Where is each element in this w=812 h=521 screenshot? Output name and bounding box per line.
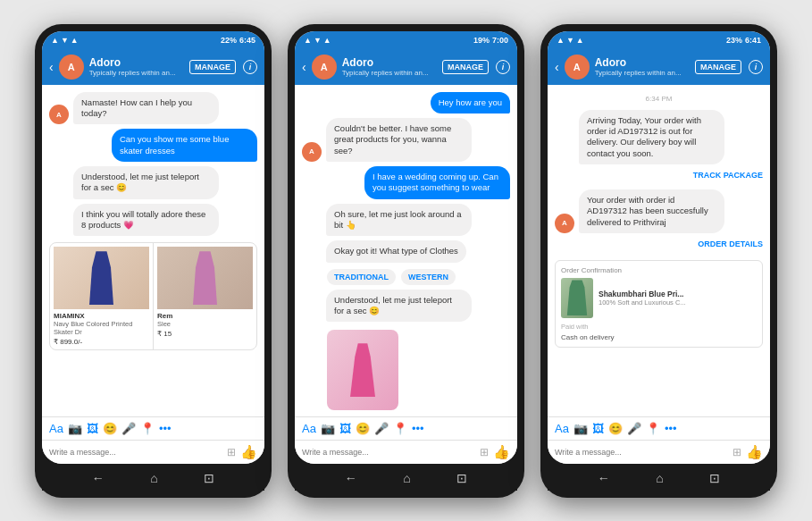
bubble: Understood, let me just teleport for a s…	[326, 290, 472, 323]
phones-container: ▲ ▼ ▲ 22% 6:45 ‹ A Adoro Typically repli…	[26, 15, 786, 507]
msg-row: I think you will totally adore these 8 p…	[49, 204, 257, 237]
time-2: 7:00	[492, 36, 508, 45]
message-input-2[interactable]	[302, 448, 475, 457]
location-icon-2[interactable]: 📍	[393, 422, 407, 435]
back-nav-3[interactable]: ←	[598, 471, 610, 485]
track-package-link[interactable]: TRACK PACKAGE	[555, 169, 763, 181]
header-info-2: Adoro Typically replies within an...	[342, 56, 437, 77]
wifi-icon-2: ▼	[314, 36, 322, 45]
chat-area-3: 6:34 PM Arriving Today, Your order with …	[548, 85, 770, 416]
mic-icon-3[interactable]: 🎤	[627, 422, 641, 435]
manage-button-1[interactable]: MANAGE	[189, 60, 236, 74]
image-icon-2[interactable]: 🖼	[339, 422, 351, 435]
mic-icon-2[interactable]: 🎤	[374, 422, 389, 435]
phone-1: ▲ ▼ ▲ 22% 6:45 ‹ A Adoro Typically repli…	[35, 24, 272, 498]
order-details-link[interactable]: ORDER DETAILS	[555, 238, 763, 250]
more-icon-3[interactable]: •••	[665, 422, 677, 435]
bot-avatar-2: A	[302, 142, 322, 162]
home-bar-2: ← ⌂ ⊡	[295, 464, 517, 491]
home-nav-3[interactable]: ⌂	[656, 471, 663, 485]
sticker-icon-3[interactable]: ⊞	[732, 446, 741, 458]
bot-avatar-3: A	[555, 214, 574, 233]
signal-icon-2: ▲	[304, 36, 312, 45]
back-nav-1[interactable]: ←	[92, 471, 105, 485]
saree-image-container	[327, 330, 510, 410]
emoji-icon-1[interactable]: 😊	[103, 422, 117, 435]
product-item-1: MIAMINX Navy Blue Colored Printed Skater…	[50, 243, 154, 349]
info-icon-1[interactable]: i	[243, 60, 257, 74]
location-icon-3[interactable]: 📍	[646, 422, 660, 435]
manage-button-2[interactable]: MANAGE	[442, 60, 489, 74]
message-input-3[interactable]	[555, 448, 728, 457]
bubble: Okay got it! What type of Clothes	[326, 240, 466, 262]
status-bar-1: ▲ ▼ ▲ 22% 6:45	[42, 31, 264, 49]
messenger-header-2: ‹ A Adoro Typically replies within an...…	[295, 49, 517, 85]
status-left-2: ▲ ▼ ▲	[304, 36, 331, 45]
order-info: Shakumbhari Blue Pri... 100% Soft and Lu…	[599, 290, 757, 307]
western-button[interactable]: WESTERN	[401, 269, 456, 285]
more-icon-2[interactable]: •••	[412, 422, 424, 435]
battery-2: 19%	[473, 36, 490, 45]
toolbar-3: Aa 📷 🖼 😊 🎤 📍 •••	[548, 416, 770, 440]
status-right-2: 19% 7:00	[473, 36, 508, 45]
home-bar-1: ← ⌂ ⊡	[42, 464, 264, 491]
data-icon-1: ▲	[71, 36, 79, 45]
emoji-icon-3[interactable]: 😊	[608, 422, 623, 435]
msg-row: Arriving Today, Your order with order id…	[555, 110, 763, 164]
like-button-3[interactable]: 👍	[746, 444, 763, 460]
recents-nav-1[interactable]: ⊡	[204, 471, 214, 485]
location-icon-1[interactable]: 📍	[140, 422, 155, 435]
bubble: Couldn't be better. I have some great pr…	[326, 118, 472, 162]
product-image-2	[157, 247, 253, 309]
header-name-1: Adoro	[89, 56, 184, 69]
image-icon-1[interactable]: 🖼	[87, 422, 98, 435]
bubble: Hey how are you	[431, 92, 510, 113]
camera-icon-1[interactable]: 📷	[68, 422, 82, 435]
recents-nav-3[interactable]: ⊡	[709, 471, 720, 485]
home-bar-3: ← ⌂ ⊡	[548, 464, 770, 491]
aa-icon-1[interactable]: Aa	[49, 422, 63, 435]
data-icon-3: ▲	[576, 36, 584, 45]
back-button-3[interactable]: ‹	[555, 60, 559, 74]
sticker-icon-2[interactable]: ⊞	[480, 446, 489, 458]
toolbar-2: Aa 📷 🖼 😊 🎤 📍 •••	[295, 416, 517, 440]
msg-row: Hey how are you	[302, 92, 510, 113]
msg-row: Understood, let me just teleport for a s…	[49, 166, 257, 199]
home-nav-2[interactable]: ⌂	[403, 471, 410, 485]
home-nav-1[interactable]: ⌂	[150, 471, 157, 485]
bubble: I think you will totally adore these 8 p…	[73, 204, 219, 237]
bubble: Oh sure, let me just look around a bit 👆	[326, 204, 472, 237]
message-input-1[interactable]	[49, 448, 222, 457]
emoji-icon-2[interactable]: 😊	[356, 422, 370, 435]
status-left-1: ▲ ▼ ▲	[51, 36, 79, 45]
info-icon-3[interactable]: i	[749, 60, 763, 74]
aa-icon-2[interactable]: Aa	[302, 422, 316, 435]
back-button-1[interactable]: ‹	[49, 60, 54, 74]
info-icon-2[interactable]: i	[496, 60, 510, 74]
manage-button-3[interactable]: MANAGE	[695, 60, 741, 74]
more-icon-1[interactable]: •••	[159, 422, 172, 435]
signal-icon-1: ▲	[51, 36, 59, 45]
recents-nav-2[interactable]: ⊡	[456, 471, 467, 485]
product-item-2: Rem Slee ₹ 15	[154, 243, 256, 349]
back-button-2[interactable]: ‹	[302, 60, 306, 74]
product-brand-1: MIAMINX	[54, 312, 149, 320]
image-icon-3[interactable]: 🖼	[592, 422, 604, 435]
time-3: 6:41	[745, 36, 761, 45]
product-card-1[interactable]: MIAMINX Navy Blue Colored Printed Skater…	[49, 242, 257, 350]
msg-row: A Your order with order id AD197312 has …	[555, 189, 763, 233]
messenger-header-3: ‹ A Adoro Typically replies within an...…	[548, 49, 770, 85]
header-sub-1: Typically replies within an...	[89, 69, 184, 77]
status-right-3: 23% 6:41	[726, 36, 761, 45]
camera-icon-2[interactable]: 📷	[321, 422, 335, 435]
traditional-button[interactable]: TRADITIONAL	[327, 269, 396, 285]
like-button-2[interactable]: 👍	[493, 444, 510, 460]
like-button-1[interactable]: 👍	[240, 444, 257, 460]
signal-icon-3: ▲	[557, 36, 565, 45]
camera-icon-3[interactable]: 📷	[573, 422, 588, 435]
aa-icon-3[interactable]: Aa	[555, 422, 569, 435]
order-saree-icon	[565, 280, 590, 315]
sticker-icon-1[interactable]: ⊞	[227, 446, 236, 458]
mic-icon-1[interactable]: 🎤	[121, 422, 136, 435]
back-nav-2[interactable]: ←	[345, 471, 357, 485]
